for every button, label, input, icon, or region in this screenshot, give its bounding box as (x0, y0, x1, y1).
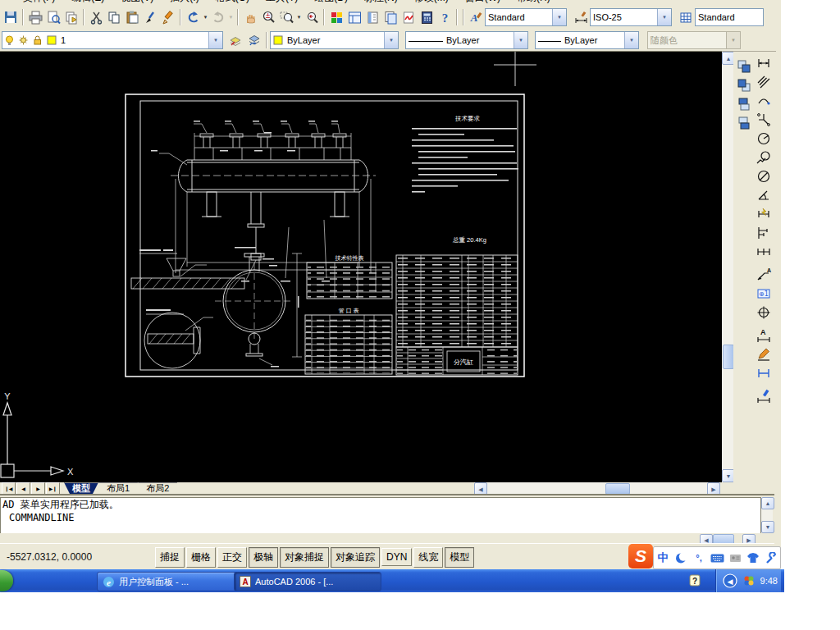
color-combo[interactable]: ByLayer ▼ (270, 31, 399, 49)
send-under-icon[interactable] (735, 113, 753, 132)
vscroll-thumb[interactable] (723, 345, 734, 369)
paste-icon[interactable] (123, 8, 141, 26)
sheet-set-manager-icon[interactable] (381, 8, 399, 26)
undo-dropdown-icon[interactable]: ▼ (202, 15, 209, 20)
tray-language-icon[interactable]: ◀ (723, 573, 737, 588)
dim-angular-icon[interactable] (755, 185, 773, 204)
layer-combo[interactable]: 1 ▼ (2, 31, 223, 49)
properties-icon[interactable] (327, 8, 345, 26)
table-style-combo[interactable]: Standard (695, 8, 764, 26)
quick-leader-icon[interactable]: A (755, 265, 773, 284)
send-to-back-icon[interactable] (735, 75, 753, 94)
ime-skin-icon[interactable] (746, 550, 760, 565)
status-model-button[interactable]: 模型 (445, 547, 474, 568)
dim-jogged-icon[interactable] (755, 148, 773, 167)
tab-last-icon[interactable]: ▶❙ (46, 482, 60, 495)
tray-update-icon[interactable] (742, 574, 756, 587)
save-icon[interactable] (2, 8, 20, 26)
ime-chinese-mode-icon[interactable]: 中 (656, 550, 670, 565)
dim-linear-icon[interactable] (755, 53, 773, 72)
center-mark-icon[interactable] (755, 303, 773, 322)
text-style-combo[interactable]: Standard ▼ (485, 8, 567, 26)
text-style-dropdown-icon[interactable]: ▼ (552, 9, 566, 25)
pan-icon[interactable] (241, 8, 259, 26)
dim-style-icon[interactable] (572, 8, 590, 26)
ime-keyboard-icon[interactable] (710, 550, 724, 565)
status-polar-button[interactable]: 极轴 (249, 547, 278, 568)
copy-icon[interactable] (105, 8, 123, 26)
layer-freeze-icon[interactable] (16, 33, 30, 48)
color-dropdown-icon[interactable]: ▼ (384, 32, 398, 48)
zoom-realtime-icon[interactable]: ± (259, 8, 277, 26)
start-button[interactable] (0, 570, 13, 591)
drawing-canvas[interactable]: 技术要求 总重 20.4Kg 技术特性表 管 口 表 分汽缸 Y X (0, 51, 722, 483)
taskbar-item-user-panel[interactable]: e 用户控制面板 - ... (97, 572, 240, 591)
tab-prev-icon[interactable]: ◀ (16, 482, 30, 495)
linetype-combo[interactable]: ByLayer ▼ (405, 31, 528, 49)
status-ortho-button[interactable]: 正交 (217, 547, 247, 568)
layer-on-icon[interactable] (2, 33, 16, 48)
linetype-dropdown-icon[interactable]: ▼ (514, 32, 527, 48)
layer-lock-icon[interactable] (30, 33, 44, 48)
status-snap-button[interactable]: 捕捉 (155, 547, 185, 568)
zoom-window-dropdown-icon[interactable]: ▼ (295, 15, 303, 20)
ime-moon-icon[interactable] (674, 550, 688, 565)
status-dyn-button[interactable]: DYN (381, 548, 412, 566)
publish-icon[interactable] (62, 8, 80, 26)
dim-ordinate-icon[interactable] (755, 110, 773, 129)
layer-previous-icon[interactable] (245, 31, 263, 49)
plot-preview-icon[interactable] (44, 8, 62, 26)
make-layer-current-icon[interactable] (227, 31, 245, 49)
dim-aligned-icon[interactable] (755, 72, 773, 91)
cmd-scroll-up-icon[interactable]: ▲ (761, 497, 774, 509)
redo-icon[interactable] (209, 8, 227, 26)
cmd-scroll-down-icon[interactable]: ▼ (761, 521, 774, 533)
dim-style-combo[interactable]: ISO-25 ▼ (590, 8, 672, 26)
tool-palettes-icon[interactable] (363, 8, 381, 26)
lineweight-dropdown-icon[interactable]: ▼ (624, 32, 638, 48)
cut-icon[interactable] (87, 8, 105, 26)
help-icon[interactable]: ? (436, 8, 454, 26)
tab-next-icon[interactable]: ▶ (31, 482, 45, 495)
tab-layout1[interactable]: 布局1 (98, 482, 138, 494)
dim-arc-length-icon[interactable] (755, 91, 773, 110)
dim-radius-icon[interactable] (755, 129, 773, 148)
qcalc-icon[interactable] (418, 8, 436, 26)
zoom-window-icon[interactable] (277, 8, 295, 26)
command-text-area[interactable]: AD 菜单实用程序已加载。 COMMANDLINE (0, 497, 761, 535)
bring-to-front-icon[interactable] (735, 57, 753, 75)
layer-color-swatch[interactable] (44, 33, 58, 48)
dim-edit-icon[interactable] (755, 345, 773, 363)
ime-wrench-icon[interactable] (765, 550, 778, 565)
command-vertical-scrollbar[interactable]: ▲ ▼ (761, 497, 773, 533)
bring-above-icon[interactable] (735, 94, 753, 113)
markup-set-manager-icon[interactable] (399, 8, 418, 26)
tab-model[interactable]: 模型 (64, 482, 98, 494)
dim-style-toolbar-icon[interactable] (755, 386, 773, 405)
undo-icon[interactable] (184, 8, 202, 26)
status-otrack-button[interactable]: 对象追踪 (331, 547, 380, 568)
zoom-previous-icon[interactable] (303, 8, 321, 26)
tab-first-icon[interactable]: ❙◀ (2, 482, 16, 495)
plot-icon[interactable] (26, 8, 44, 26)
status-grid-button[interactable]: 栅格 (186, 547, 216, 568)
table-style-icon[interactable] (677, 8, 695, 26)
layer-dropdown-icon[interactable]: ▼ (208, 32, 222, 48)
redline-icon[interactable] (159, 8, 177, 26)
dim-baseline-icon[interactable] (755, 223, 773, 242)
tray-help-icon[interactable]: ? (689, 574, 701, 587)
lineweight-combo[interactable]: ByLayer ▼ (535, 31, 639, 49)
match-properties-icon[interactable] (141, 8, 159, 26)
text-style-icon[interactable]: A (467, 8, 485, 26)
redo-dropdown-icon[interactable]: ▼ (227, 15, 235, 20)
designcenter-icon[interactable] (345, 8, 363, 26)
dim-style-dropdown-icon[interactable]: ▼ (657, 9, 671, 25)
dim-quick-icon[interactable] (755, 204, 773, 223)
status-osnap-button[interactable]: 对象捕捉 (280, 547, 329, 568)
canvas-horizontal-scrollbar[interactable]: ◀ ▶ (474, 482, 720, 494)
ime-punctuation-icon[interactable]: °, (692, 550, 706, 565)
canvas-vertical-scrollbar[interactable]: ▲ ▼ (722, 52, 733, 482)
dim-diameter-icon[interactable] (755, 167, 773, 185)
tolerance-icon[interactable]: ⊕1 (755, 284, 773, 303)
dim-update-icon[interactable] (755, 363, 773, 382)
